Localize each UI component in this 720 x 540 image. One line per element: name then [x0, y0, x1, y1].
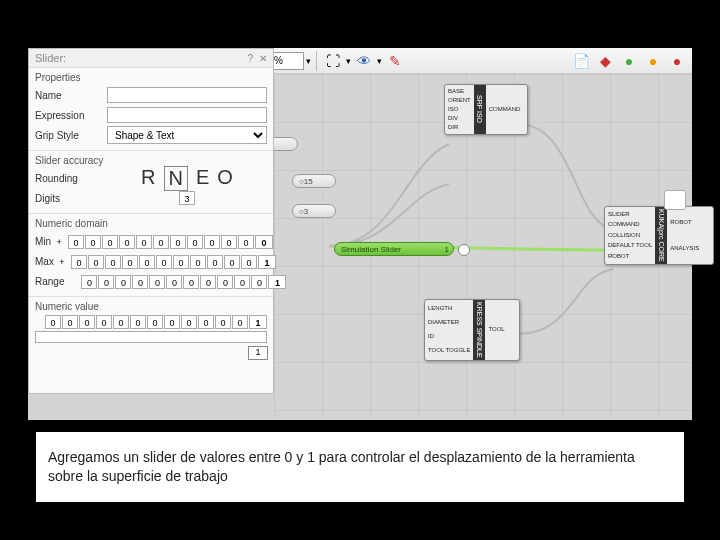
close-icon[interactable]: ✕	[259, 53, 267, 64]
node-spine: SRF ISO	[474, 85, 486, 134]
capsule-15[interactable]: ○ 15	[292, 174, 336, 188]
red-gem-icon[interactable]: ◆	[594, 50, 616, 72]
label-digits: Digits	[35, 193, 107, 204]
section-domain: Numeric domain Min+000000000000 Max+0000…	[29, 214, 273, 297]
numeric-slider[interactable]: 1	[35, 331, 267, 343]
grip-select[interactable]: Shape & Text	[107, 126, 267, 144]
node-srf-iso[interactable]: BASEORIENTISODIVDIR SRF ISO COMMAND	[444, 84, 528, 135]
min-digits[interactable]: +000000000000	[51, 235, 273, 249]
brush-icon[interactable]: ✎	[384, 50, 406, 72]
numeric-digits[interactable]: 0000000000001	[35, 315, 267, 329]
name-input[interactable]	[107, 87, 267, 103]
label-rounding: Rounding	[35, 173, 107, 184]
slider-panel: Slider: ?✕ Properties Name Expression Gr…	[28, 48, 274, 394]
orange-ball-icon[interactable]: ●	[642, 50, 664, 72]
section-header: Properties	[35, 72, 267, 83]
app-frame: ▦ 💾 ▾ ⛶ ▾ 👁 ▾ ✎ 📄 ◆ ● ● ● Pt ○ 15 ○ 3 BA…	[28, 48, 692, 420]
panel-title: Slider:	[35, 52, 66, 64]
label-range: Range	[35, 276, 64, 287]
green-ball-icon[interactable]: ●	[618, 50, 640, 72]
label-min: Min	[35, 236, 51, 247]
panel-chip-icon[interactable]	[664, 190, 686, 210]
label-grip: Grip Style	[35, 130, 107, 141]
rounding-o[interactable]: O	[217, 166, 233, 191]
help-icon[interactable]: ?	[247, 53, 253, 64]
section-numeric: Numeric value 0000000000001 1	[29, 297, 273, 349]
eye-icon[interactable]: 👁	[353, 50, 375, 72]
node-kuka[interactable]: SLIDERCOMMANDCOLLISIONDEFAULT TOOLROBOT …	[604, 206, 714, 265]
section-header: Numeric domain	[35, 218, 267, 229]
section-header: Numeric value	[35, 301, 267, 312]
slider-grip-icon[interactable]	[458, 244, 470, 256]
expression-input[interactable]	[107, 107, 267, 123]
simulation-slider[interactable]: Simulation Slider1	[334, 242, 454, 256]
label-name: Name	[35, 90, 107, 101]
rounding-r[interactable]: R	[141, 166, 155, 191]
doc-icon[interactable]: 📄	[570, 50, 592, 72]
section-accuracy: Slider accuracy Rounding R N E O Digits3	[29, 151, 273, 214]
section-header: Slider accuracy	[35, 155, 267, 166]
node-kress[interactable]: LENGTHDIAMETERIDTOOL TOGGLE KRESS SPINDL…	[424, 299, 520, 361]
label-expression: Expression	[35, 110, 107, 121]
rounding-n[interactable]: N	[164, 166, 188, 191]
canvas[interactable]: Pt ○ 15 ○ 3 BASEORIENTISODIVDIR SRF ISO …	[274, 74, 692, 420]
node-spine: KUKA|prc CORE	[655, 207, 667, 264]
red-ball-icon[interactable]: ●	[666, 50, 688, 72]
label-max: Max	[35, 256, 54, 267]
section-properties: Properties Name Expression Grip StyleSha…	[29, 68, 273, 151]
node-spine: KRESS SPINDLE	[473, 300, 485, 360]
numeric-slider-value: 1	[248, 346, 268, 360]
max-digits[interactable]: +000000000001	[54, 255, 276, 269]
toolbar: ▦ 💾 ▾ ⛶ ▾ 👁 ▾ ✎ 📄 ◆ ● ● ●	[208, 48, 692, 74]
rounding-e[interactable]: E	[196, 166, 209, 191]
panel-header: Slider: ?✕	[29, 49, 273, 68]
range-digits[interactable]: 000000000001	[64, 275, 286, 289]
caption: Agregamos un slider de valores entre 0 y…	[36, 432, 684, 502]
digits-value[interactable]: 3	[179, 191, 195, 205]
capsule-3[interactable]: ○ 3	[292, 204, 336, 218]
zoom-extents-icon[interactable]: ⛶	[322, 50, 344, 72]
